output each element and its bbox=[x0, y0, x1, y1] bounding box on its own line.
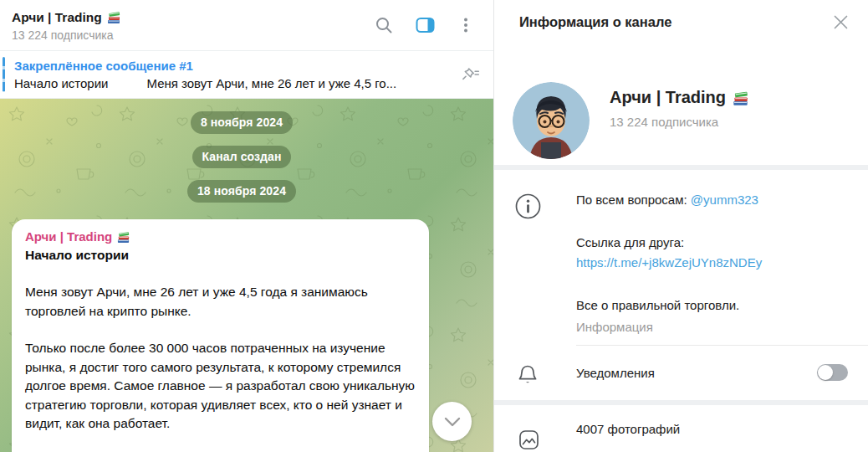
toggle-right-column-icon[interactable] bbox=[414, 14, 436, 36]
message-sender[interactable]: Арчи | Trading bbox=[25, 228, 416, 245]
info-header: Информация о канале bbox=[494, 0, 868, 44]
menu-kebab-icon[interactable] bbox=[455, 14, 477, 36]
about-description-line: Все о правильной торговли. bbox=[576, 295, 848, 316]
books-emoji-icon bbox=[732, 90, 749, 106]
about-questions-label: По всем вопросам: bbox=[576, 193, 691, 207]
chat-pane: Арчи | Trading 13 224 подписчика bbox=[0, 0, 493, 452]
message-paragraph: Меня зовут Арчи, мне 26 лет и уже 4,5 го… bbox=[25, 283, 416, 321]
chat-header-info[interactable]: Арчи | Trading 13 224 подписчика bbox=[12, 8, 121, 44]
notifications-toggle[interactable] bbox=[817, 364, 848, 381]
chat-title-text: Арчи | Trading bbox=[12, 9, 102, 26]
pinned-message-bar[interactable]: Закреплённое сообщение #1 Начало истории… bbox=[0, 51, 493, 99]
date-badge[interactable]: 8 ноября 2024 bbox=[191, 111, 293, 134]
photos-row[interactable]: 4007 фотографий bbox=[494, 405, 868, 452]
pinned-preview-text: Меня зовут Арчи, мне 26 лет и уже 4,5 го… bbox=[146, 76, 396, 90]
chat-header: Арчи | Trading 13 224 подписчика bbox=[0, 0, 493, 51]
channel-info-panel: Информация о канале bbox=[493, 0, 868, 452]
scroll-to-bottom-button[interactable] bbox=[432, 402, 472, 441]
books-emoji-icon bbox=[106, 10, 121, 24]
channel-created-badge[interactable]: Канал создан bbox=[192, 146, 292, 168]
chat-area: 8 ноября 2024 Канал создан 18 ноября 202… bbox=[0, 99, 493, 452]
chat-header-actions bbox=[373, 14, 477, 36]
chat-subscribers: 13 224 подписчика bbox=[12, 28, 121, 44]
pinned-texts: Закреплённое сообщение #1 Начало истории… bbox=[14, 58, 460, 92]
message-title: Начало истории bbox=[25, 246, 416, 265]
photos-icon bbox=[518, 429, 540, 452]
message-bubble[interactable]: Арчи | Trading Начало истории bbox=[12, 219, 429, 452]
about-section: По всем вопросам: @yumm323 Ссылка для др… bbox=[494, 170, 868, 345]
profile-name-text: Арчи | Trading bbox=[610, 88, 726, 107]
about-caption: Информация bbox=[576, 317, 848, 337]
pinned-bar-accent bbox=[3, 57, 5, 92]
pinned-preview: Начало историиМеня зовут Арчи, мне 26 ле… bbox=[14, 74, 460, 92]
about-invite-line: Ссылка для друга:https://t.me/+j8kwZejUY… bbox=[576, 233, 848, 273]
message-sender-text: Арчи | Trading bbox=[25, 228, 112, 245]
notifications-label: Уведомления bbox=[576, 366, 655, 380]
about-questions-line: По всем вопросам: @yumm323 bbox=[576, 190, 848, 210]
telegram-window: Арчи | Trading 13 224 подписчика bbox=[0, 0, 868, 452]
message-paragraph: Только после более 30 000 часов потрачен… bbox=[25, 339, 416, 434]
search-icon[interactable] bbox=[373, 14, 395, 36]
toggle-knob bbox=[818, 365, 833, 380]
photos-label: 4007 фотографий bbox=[576, 422, 680, 436]
info-icon bbox=[515, 193, 541, 223]
info-panel-title: Информация о канале bbox=[519, 14, 671, 30]
date-badge[interactable]: 18 ноября 2024 bbox=[187, 180, 296, 203]
chat-title: Арчи | Trading bbox=[12, 9, 121, 26]
about-invite-label: Ссылка для друга: bbox=[576, 235, 684, 249]
close-icon[interactable] bbox=[830, 11, 851, 33]
profile-block: Арчи | Trading 13 224 подписчика bbox=[494, 44, 868, 165]
bell-icon bbox=[516, 362, 539, 389]
books-emoji-icon bbox=[116, 230, 130, 244]
chevron-down-icon bbox=[444, 417, 461, 427]
date-pills: 8 ноября 2024 Канал создан 18 ноября 202… bbox=[0, 111, 483, 203]
message-text: Меня зовут Арчи, мне 26 лет и уже 4,5 го… bbox=[25, 283, 416, 434]
pinned-preview-title: Начало истории bbox=[14, 76, 108, 90]
pinned-label: Закреплённое сообщение #1 bbox=[14, 58, 460, 74]
about-description: Все о правильной торговли. bbox=[576, 298, 739, 312]
about-questions-link[interactable]: @yumm323 bbox=[691, 193, 758, 207]
pinned-list-icon[interactable] bbox=[460, 64, 482, 85]
profile-name: Арчи | Trading bbox=[610, 88, 749, 107]
about-invite-link[interactable]: https://t.me/+j8kwZejUYn8zNDEy bbox=[576, 255, 762, 270]
notifications-row[interactable]: Уведомления bbox=[494, 346, 868, 400]
profile-subscribers: 13 224 подписчика bbox=[610, 115, 718, 129]
channel-avatar[interactable] bbox=[513, 82, 590, 159]
